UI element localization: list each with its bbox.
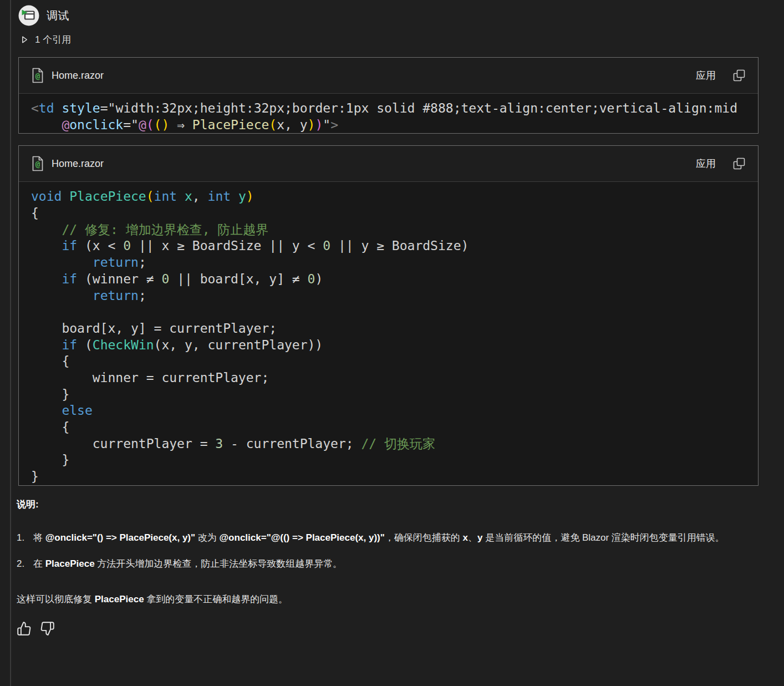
thumbs-down-icon[interactable]: [40, 621, 55, 636]
copy-icon[interactable]: [732, 69, 746, 82]
apply-button[interactable]: 应用: [696, 157, 716, 170]
chat-response-panel: 调试 1 个引用 @ Home.razor: [0, 0, 784, 686]
list-item-text: 在 PlacePiece 方法开头增加边界检查，防止非法坐标导致数组越界异常。: [33, 555, 342, 573]
closing-paragraph: 这样可以彻底修复 PlacePiece 拿到的变量不正确和越界的问题。: [17, 591, 743, 608]
page-title: 调试: [47, 8, 69, 23]
explanation-heading: 说明:: [17, 498, 758, 511]
code-block-header: @ Home.razor 应用: [19, 58, 758, 94]
razor-file-icon: @: [31, 68, 44, 83]
apply-button[interactable]: 应用: [696, 69, 716, 82]
list-item-number: 2.: [17, 555, 33, 573]
list-item-number: 1.: [17, 529, 33, 547]
file-name: Home.razor: [52, 158, 104, 170]
razor-file-icon: @: [31, 156, 44, 171]
list-item: 1. 将 @onclick="() => PlacePiece(x, y)" 改…: [17, 529, 743, 547]
debug-window-icon: [18, 5, 39, 26]
svg-text:@: @: [35, 72, 40, 80]
feedback-bar: [17, 621, 758, 636]
chevron-right-icon: [22, 36, 28, 43]
code-content: void PlacePiece(int x, int y){ // 修复: 增加…: [19, 182, 758, 485]
file-name: Home.razor: [52, 70, 104, 82]
code-block: @ Home.razor 应用 void PlacePiece(int x, i…: [18, 145, 758, 485]
response-body: 调试 1 个引用 @ Home.razor: [0, 0, 784, 636]
thumbs-up-icon[interactable]: [17, 621, 32, 636]
code-block-header: @ Home.razor 应用: [19, 146, 758, 182]
list-item-text: 将 @onclick="() => PlacePiece(x, y)" 改为 @…: [33, 529, 725, 547]
svg-text:@: @: [35, 160, 40, 169]
code-block: @ Home.razor 应用 <td style="width:32px;he…: [18, 57, 758, 134]
copy-icon[interactable]: [732, 157, 746, 170]
list-item: 2. 在 PlacePiece 方法开头增加边界检查，防止非法坐标导致数组越界异…: [17, 555, 743, 573]
references-label: 1 个引用: [35, 33, 71, 46]
response-header: 调试: [18, 4, 758, 27]
code-content: <td style="width:32px;height:32px;border…: [19, 94, 758, 133]
references-toggle[interactable]: 1 个引用: [22, 32, 71, 47]
